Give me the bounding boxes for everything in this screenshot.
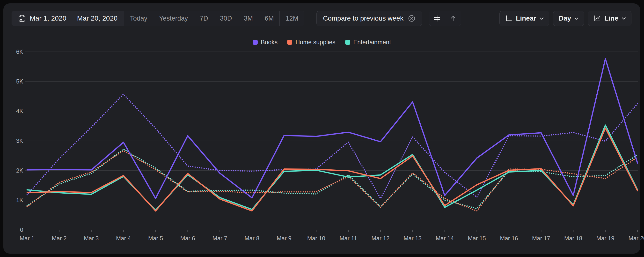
x-axis-label: Mar 1: [20, 235, 34, 241]
x-axis-label: Mar 11: [340, 235, 357, 241]
date-range-button[interactable]: Mar 1, 2020 — Mar 20, 2020: [12, 11, 124, 26]
y-axis-label: 6K: [16, 48, 23, 55]
compare-label: Compare to previous week: [323, 15, 404, 22]
date-range-group: Mar 1, 2020 — Mar 20, 2020 Today Yesterd…: [12, 11, 304, 26]
series-line-home-supplies: [27, 128, 638, 211]
preset-button-today[interactable]: Today: [124, 11, 153, 26]
x-axis-label: Mar 18: [564, 235, 582, 241]
preset-button-7d[interactable]: 7D: [194, 11, 214, 26]
scale-value: Linear: [516, 15, 536, 22]
compare-toggle-button[interactable]: Compare to previous week: [316, 11, 422, 26]
calendar-icon: [18, 15, 26, 22]
chevron-down-icon: [622, 17, 626, 20]
arrow-up-icon: [450, 15, 457, 22]
x-axis-label: Mar 10: [307, 235, 326, 241]
grid-view-button[interactable]: [429, 11, 445, 26]
preset-button-6m[interactable]: 6M: [259, 11, 280, 26]
legend-label: Books: [261, 39, 278, 46]
x-axis-label: Mar 20: [628, 235, 644, 241]
chart-type-dropdown[interactable]: Line: [588, 11, 632, 26]
books-swatch: [252, 40, 258, 45]
legend-label: Home supplies: [296, 39, 335, 46]
legend-label: Entertainment: [354, 39, 391, 46]
x-axis-label: Mar 6: [180, 235, 195, 241]
export-button[interactable]: [445, 11, 461, 26]
x-axis-label: Mar 7: [212, 235, 227, 241]
chevron-down-icon: [574, 17, 578, 20]
x-axis-label: Mar 8: [245, 235, 260, 241]
x-axis-label: Mar 4: [116, 235, 131, 241]
entertainment-swatch: [345, 40, 350, 45]
y-axis-label: 1K: [16, 197, 23, 203]
x-axis-label: Mar 16: [500, 235, 518, 241]
x-axis-label: Mar 12: [372, 235, 390, 241]
chart-type-value: Line: [604, 15, 618, 22]
x-axis-label: Mar 5: [148, 235, 163, 241]
toolbar: Mar 1, 2020 — Mar 20, 2020 Today Yesterd…: [12, 11, 632, 26]
view-toggle-group: [429, 11, 461, 26]
granularity-dropdown[interactable]: Day: [553, 11, 584, 26]
legend-item-entertainment[interactable]: Entertainment: [345, 39, 391, 46]
x-axis-label: Mar 15: [468, 235, 486, 241]
preset-button-yesterday[interactable]: Yesterday: [153, 11, 194, 26]
analytics-dashboard: Mar 1, 2020 — Mar 20, 2020 Today Yesterd…: [0, 0, 644, 257]
y-axis-label: 4K: [16, 108, 23, 114]
dismiss-compare-icon[interactable]: [408, 15, 416, 22]
legend-item-books[interactable]: Books: [252, 39, 278, 46]
x-axis-label: Mar 17: [532, 235, 550, 241]
x-axis-label: Mar 9: [277, 235, 292, 241]
y-axis-label: 0: [20, 226, 23, 233]
x-axis-label: Mar 2: [52, 235, 66, 241]
scale-dropdown[interactable]: Linear: [500, 11, 549, 26]
x-axis-label: Mar 3: [84, 235, 99, 241]
preset-button-3m[interactable]: 3M: [238, 11, 259, 26]
legend-item-home-supplies[interactable]: Home supplies: [287, 39, 335, 46]
x-axis-label: Mar 14: [436, 235, 454, 241]
x-axis-label: Mar 13: [404, 235, 422, 241]
axis-icon: [505, 15, 512, 22]
line-chart-icon: [594, 15, 601, 22]
grid-icon: [433, 15, 441, 22]
y-axis-label: 3K: [16, 137, 23, 144]
home-supplies-swatch: [287, 40, 292, 45]
y-axis-label: 5K: [16, 78, 23, 85]
granularity-value: Day: [559, 15, 571, 22]
y-axis-label: 2K: [16, 167, 23, 174]
preset-button-30d[interactable]: 30D: [214, 11, 238, 26]
legend: Books Home supplies Entertainment: [4, 39, 640, 46]
chevron-down-icon: [540, 17, 544, 20]
date-range-label: Mar 1, 2020 — Mar 20, 2020: [30, 15, 118, 22]
x-axis-label: Mar 19: [596, 235, 614, 241]
chart-settings: Linear Day: [500, 11, 632, 26]
series-line-entertainment: [27, 125, 638, 210]
preset-button-12m[interactable]: 12M: [280, 11, 304, 26]
series-line-home-supplies-previous-week-: [27, 151, 638, 211]
